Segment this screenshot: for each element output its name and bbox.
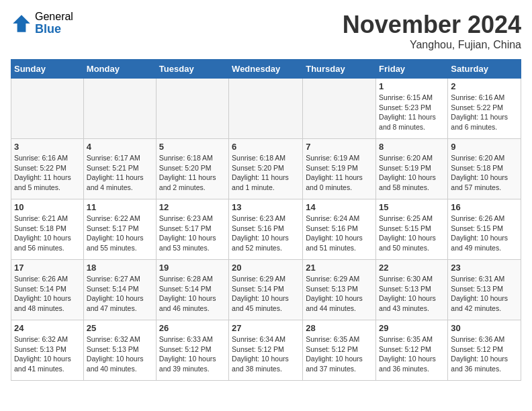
weekday-header: Thursday: [303, 60, 376, 79]
day-info: Sunrise: 6:20 AMSunset: 5:19 PMDaylight:…: [379, 153, 445, 193]
day-number: 21: [306, 263, 373, 273]
day-number: 19: [159, 263, 226, 273]
calendar-day-cell: [303, 79, 376, 139]
calendar-day-cell: 7Sunrise: 6:19 AMSunset: 5:19 PMDaylight…: [303, 139, 376, 199]
calendar-day-cell: 3Sunrise: 6:16 AMSunset: 5:22 PMDaylight…: [11, 139, 84, 199]
day-info: Sunrise: 6:36 AMSunset: 5:12 PMDaylight:…: [451, 334, 518, 374]
day-number: 12: [159, 202, 226, 212]
calendar-week-row: 3Sunrise: 6:16 AMSunset: 5:22 PMDaylight…: [11, 139, 521, 199]
day-info: Sunrise: 6:32 AMSunset: 5:13 PMDaylight:…: [87, 334, 153, 374]
day-number: 24: [14, 323, 81, 333]
day-info: Sunrise: 6:31 AMSunset: 5:13 PMDaylight:…: [451, 274, 518, 314]
day-info: Sunrise: 6:18 AMSunset: 5:20 PMDaylight:…: [159, 153, 226, 193]
day-number: 22: [379, 263, 445, 273]
day-info: Sunrise: 6:34 AMSunset: 5:12 PMDaylight:…: [232, 334, 300, 374]
calendar-day-cell: 10Sunrise: 6:21 AMSunset: 5:18 PMDayligh…: [11, 199, 84, 260]
calendar-day-cell: 1Sunrise: 6:15 AMSunset: 5:23 PMDaylight…: [376, 79, 448, 139]
calendar-week-row: 1Sunrise: 6:15 AMSunset: 5:23 PMDaylight…: [11, 79, 521, 139]
day-info: Sunrise: 6:33 AMSunset: 5:12 PMDaylight:…: [159, 334, 226, 374]
day-number: 23: [451, 263, 518, 273]
weekday-header: Friday: [376, 60, 448, 79]
calendar-day-cell: 29Sunrise: 6:35 AMSunset: 5:12 PMDayligh…: [376, 320, 448, 381]
day-number: 13: [232, 202, 300, 212]
day-number: 7: [306, 142, 373, 152]
day-number: 27: [232, 323, 300, 333]
calendar-day-cell: 27Sunrise: 6:34 AMSunset: 5:12 PMDayligh…: [229, 320, 303, 381]
day-info: Sunrise: 6:16 AMSunset: 5:22 PMDaylight:…: [451, 93, 518, 132]
day-number: 15: [379, 202, 445, 212]
location: Yanghou, Fujian, China: [343, 39, 521, 51]
calendar-day-cell: [229, 79, 303, 139]
calendar-week-row: 10Sunrise: 6:21 AMSunset: 5:18 PMDayligh…: [11, 199, 521, 260]
calendar-day-cell: 15Sunrise: 6:25 AMSunset: 5:15 PMDayligh…: [376, 199, 448, 260]
day-info: Sunrise: 6:27 AMSunset: 5:14 PMDaylight:…: [87, 274, 153, 314]
calendar-day-cell: 26Sunrise: 6:33 AMSunset: 5:12 PMDayligh…: [156, 320, 228, 381]
calendar-day-cell: 21Sunrise: 6:29 AMSunset: 5:13 PMDayligh…: [303, 260, 376, 320]
day-number: 10: [14, 202, 81, 212]
calendar-week-row: 17Sunrise: 6:26 AMSunset: 5:14 PMDayligh…: [11, 260, 521, 320]
day-number: 30: [451, 323, 518, 333]
day-info: Sunrise: 6:26 AMSunset: 5:15 PMDaylight:…: [451, 214, 518, 253]
day-number: 5: [159, 142, 226, 152]
title-section: November 2024 Yanghou, Fujian, China: [343, 11, 521, 51]
weekday-header: Saturday: [448, 60, 521, 79]
day-info: Sunrise: 6:30 AMSunset: 5:13 PMDaylight:…: [379, 274, 445, 314]
logo-blue: Blue: [35, 23, 73, 36]
calendar-day-cell: [83, 79, 156, 139]
weekday-header: Wednesday: [229, 60, 303, 79]
weekday-header: Monday: [83, 60, 156, 79]
day-info: Sunrise: 6:18 AMSunset: 5:20 PMDaylight:…: [232, 153, 300, 193]
day-number: 2: [451, 81, 518, 91]
day-number: 17: [14, 263, 81, 273]
day-info: Sunrise: 6:16 AMSunset: 5:22 PMDaylight:…: [14, 153, 81, 193]
day-info: Sunrise: 6:25 AMSunset: 5:15 PMDaylight:…: [379, 214, 445, 253]
day-number: 25: [87, 323, 153, 333]
day-number: 16: [451, 202, 518, 212]
page-header: General Blue November 2024 Yanghou, Fuji…: [11, 11, 521, 51]
calendar-day-cell: 25Sunrise: 6:32 AMSunset: 5:13 PMDayligh…: [83, 320, 156, 381]
day-info: Sunrise: 6:29 AMSunset: 5:14 PMDaylight:…: [232, 274, 300, 314]
day-info: Sunrise: 6:22 AMSunset: 5:17 PMDaylight:…: [87, 214, 153, 253]
day-info: Sunrise: 6:24 AMSunset: 5:16 PMDaylight:…: [306, 214, 373, 253]
calendar-day-cell: 8Sunrise: 6:20 AMSunset: 5:19 PMDaylight…: [376, 139, 448, 199]
day-info: Sunrise: 6:21 AMSunset: 5:18 PMDaylight:…: [14, 214, 81, 253]
day-number: 3: [14, 142, 81, 152]
weekday-header: Tuesday: [156, 60, 228, 79]
calendar-day-cell: 23Sunrise: 6:31 AMSunset: 5:13 PMDayligh…: [448, 260, 521, 320]
calendar-day-cell: 22Sunrise: 6:30 AMSunset: 5:13 PMDayligh…: [376, 260, 448, 320]
day-info: Sunrise: 6:35 AMSunset: 5:12 PMDaylight:…: [379, 334, 445, 374]
month-title: November 2024: [343, 11, 521, 39]
day-info: Sunrise: 6:23 AMSunset: 5:16 PMDaylight:…: [232, 214, 300, 253]
day-number: 28: [306, 323, 373, 333]
calendar-day-cell: 20Sunrise: 6:29 AMSunset: 5:14 PMDayligh…: [229, 260, 303, 320]
calendar-day-cell: 16Sunrise: 6:26 AMSunset: 5:15 PMDayligh…: [448, 199, 521, 260]
calendar-day-cell: 6Sunrise: 6:18 AMSunset: 5:20 PMDaylight…: [229, 139, 303, 199]
day-number: 6: [232, 142, 300, 152]
day-info: Sunrise: 6:19 AMSunset: 5:19 PMDaylight:…: [306, 153, 373, 193]
day-info: Sunrise: 6:29 AMSunset: 5:13 PMDaylight:…: [306, 274, 373, 314]
calendar-day-cell: 2Sunrise: 6:16 AMSunset: 5:22 PMDaylight…: [448, 79, 521, 139]
calendar-day-cell: 12Sunrise: 6:23 AMSunset: 5:17 PMDayligh…: [156, 199, 228, 260]
day-number: 26: [159, 323, 226, 333]
day-info: Sunrise: 6:32 AMSunset: 5:13 PMDaylight:…: [14, 334, 81, 374]
weekday-header: Sunday: [11, 60, 84, 79]
calendar-day-cell: 4Sunrise: 6:17 AMSunset: 5:21 PMDaylight…: [83, 139, 156, 199]
calendar-day-cell: 14Sunrise: 6:24 AMSunset: 5:16 PMDayligh…: [303, 199, 376, 260]
day-info: Sunrise: 6:17 AMSunset: 5:21 PMDaylight:…: [87, 153, 153, 193]
day-info: Sunrise: 6:35 AMSunset: 5:12 PMDaylight:…: [306, 334, 373, 374]
day-number: 4: [87, 142, 153, 152]
day-number: 8: [379, 142, 445, 152]
day-info: Sunrise: 6:15 AMSunset: 5:23 PMDaylight:…: [379, 93, 445, 132]
calendar-day-cell: 28Sunrise: 6:35 AMSunset: 5:12 PMDayligh…: [303, 320, 376, 381]
calendar-day-cell: [11, 79, 84, 139]
calendar-week-row: 24Sunrise: 6:32 AMSunset: 5:13 PMDayligh…: [11, 320, 521, 381]
calendar-day-cell: 24Sunrise: 6:32 AMSunset: 5:13 PMDayligh…: [11, 320, 84, 381]
calendar-day-cell: 11Sunrise: 6:22 AMSunset: 5:17 PMDayligh…: [83, 199, 156, 260]
day-info: Sunrise: 6:23 AMSunset: 5:17 PMDaylight:…: [159, 214, 226, 253]
day-number: 11: [87, 202, 153, 212]
calendar-day-cell: 19Sunrise: 6:28 AMSunset: 5:14 PMDayligh…: [156, 260, 228, 320]
calendar-day-cell: 18Sunrise: 6:27 AMSunset: 5:14 PMDayligh…: [83, 260, 156, 320]
day-number: 14: [306, 202, 373, 212]
calendar-day-cell: 13Sunrise: 6:23 AMSunset: 5:16 PMDayligh…: [229, 199, 303, 260]
calendar-table: SundayMondayTuesdayWednesdayThursdayFrid…: [11, 59, 521, 381]
